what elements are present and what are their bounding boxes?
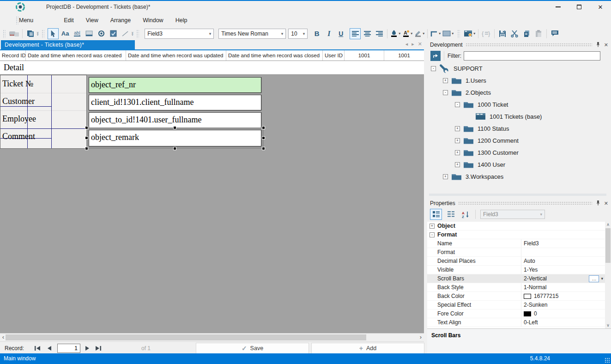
tree-node-3-workspaces[interactable]: +3.Workspaces (427, 170, 611, 182)
last-record-button[interactable] (93, 343, 103, 353)
tree-node-1300-customer[interactable]: +1300 Customer (427, 146, 611, 158)
resize-handle-tr[interactable] (262, 126, 265, 129)
select-tool-button[interactable] (48, 28, 59, 39)
tab-close-icon[interactable]: ✕ (418, 41, 422, 47)
align-left-button[interactable] (350, 28, 361, 39)
minimize-button[interactable] (547, 1, 569, 13)
menu-item-arrange[interactable]: Arrange (104, 14, 137, 27)
tree-horizontal-scrollbar[interactable] (429, 194, 606, 196)
pages-button[interactable] (25, 28, 36, 39)
tree-expander[interactable]: + (455, 150, 460, 155)
tab-scroll-right-icon[interactable]: ▸ (411, 41, 414, 47)
category-expander[interactable]: - (430, 232, 435, 237)
property-category-object[interactable]: +Object (427, 222, 605, 231)
first-record-button[interactable] (32, 343, 42, 353)
toolbar-grip[interactable] (42, 30, 44, 38)
toolbar-overflow-icon[interactable]: ∨∨ (36, 32, 39, 36)
toolbar-grip[interactable] (136, 30, 139, 38)
tree-node-1000-ticket[interactable]: -1000 Ticket (427, 98, 611, 110)
menubar-grip[interactable] (16, 16, 18, 24)
textbox-tool-button[interactable]: ab| (72, 28, 83, 39)
form-window-button[interactable]: ▾ (463, 28, 476, 39)
resize-handle-tm[interactable] (173, 126, 176, 129)
sort-az-button[interactable]: AZ (460, 209, 472, 220)
label-table[interactable]: Ticket №CustomerEmployeeComment (0, 75, 87, 149)
tab-scroll-left-icon[interactable]: ◂ (405, 41, 408, 47)
italic-button[interactable]: I (323, 28, 334, 39)
design-field-object_remark[interactable]: object_remark (89, 130, 261, 146)
pin-icon[interactable] (596, 42, 600, 48)
property-row-visible[interactable]: Visible1-Yes (427, 266, 605, 274)
tree-expander[interactable]: + (443, 174, 448, 179)
tree-node-2-objects[interactable]: -2.Objects (427, 86, 611, 98)
design-field-object_ref_nr[interactable]: object_ref_nr (89, 77, 261, 93)
border-style-button[interactable]: ▾ (430, 28, 441, 39)
resize-handle-tl[interactable] (85, 126, 88, 129)
alphabetical-view-button[interactable] (445, 209, 457, 220)
field-selector-combo[interactable]: Field3▾ (145, 29, 214, 39)
tree-expander[interactable]: - (443, 90, 448, 95)
goto-object-button[interactable] (430, 51, 441, 61)
property-row-text-align[interactable]: Text Align0-Left (427, 318, 605, 327)
menu-item-help[interactable]: Help (169, 14, 194, 27)
property-row-name[interactable]: NameField3 (427, 239, 605, 248)
tree-expander[interactable]: + (443, 78, 448, 83)
tree-expander[interactable]: - (431, 66, 436, 71)
tree-expander[interactable]: - (455, 102, 460, 107)
button-tool-button[interactable] (84, 28, 95, 39)
fill-color-button[interactable]: ▾ (390, 28, 401, 39)
maximize-button[interactable] (569, 1, 590, 13)
toolbar-grip[interactable] (457, 30, 460, 38)
previous-record-button[interactable] (44, 343, 54, 353)
tree-expander[interactable]: + (455, 126, 460, 131)
filter-input[interactable] (464, 51, 600, 61)
close-panel-icon[interactable]: ✕ (604, 42, 608, 48)
properties-panel-header[interactable]: Properties ✕ (427, 199, 611, 208)
tree-node-1-users[interactable]: +1.Users (427, 74, 611, 86)
align-right-button[interactable] (374, 28, 385, 39)
resize-handle-br[interactable] (262, 147, 265, 150)
checkbox-tool-button[interactable] (108, 28, 119, 39)
resize-handle-bl[interactable] (85, 147, 88, 150)
development-panel-header[interactable]: Development ✕ (427, 40, 611, 49)
property-row-back-style[interactable]: Back Style1-Normal (427, 283, 605, 292)
bold-button[interactable]: B (311, 28, 322, 39)
design-field-client_id!1301.client_fullname[interactable]: client_id!1301.client_fullname (89, 95, 261, 110)
property-row-fore-color[interactable]: Fore Color0 (427, 309, 605, 318)
data-source-icon[interactable] (9, 28, 20, 39)
dropdown-arrow-icon[interactable]: ▾ (601, 276, 603, 281)
scroll-right-icon[interactable]: › (417, 334, 424, 341)
tree-node-1100-status[interactable]: +1100 Status (427, 122, 611, 134)
underline-button[interactable]: U (335, 28, 346, 39)
tab-development-tickets[interactable]: Development - Tickets (base)* (1, 40, 135, 49)
font-family-combo[interactable]: Times New Roman▾ (218, 29, 286, 39)
property-category-format[interactable]: -Format (427, 231, 605, 239)
label-tool-button[interactable]: Aa (60, 28, 71, 39)
comment-button[interactable] (549, 28, 560, 39)
pin-icon[interactable] (596, 200, 600, 206)
tree-expander[interactable]: + (455, 162, 460, 167)
close-button[interactable]: ✕ (590, 1, 611, 13)
resize-handle-bm[interactable] (173, 147, 176, 150)
scroll-up-icon[interactable]: ∧ (605, 222, 611, 228)
categorized-view-button[interactable] (430, 209, 442, 220)
detail-band-header[interactable]: Detail (0, 61, 424, 75)
field-list-button[interactable]: {} (481, 28, 492, 39)
resize-handle-ml[interactable] (85, 136, 88, 140)
scrollbar-thumb[interactable] (6, 334, 366, 340)
property-row-format[interactable]: Format (427, 248, 605, 257)
properties-scrollbar[interactable]: ∧ ∨ (605, 222, 611, 328)
tree-node-1400-user[interactable]: +1400 User (427, 158, 611, 170)
paste-button[interactable] (533, 28, 544, 39)
add-record-button[interactable]: + Add (311, 343, 424, 354)
rectangle-tool-button[interactable]: ▾ (442, 28, 454, 39)
design-canvas[interactable]: Ticket №CustomerEmployeeComment object_r… (0, 75, 424, 333)
ellipsis-button[interactable]: … (589, 275, 599, 282)
object-selector-combo[interactable]: Field3 ▾ (480, 210, 545, 219)
menu-item-edit[interactable]: Edit (58, 14, 80, 27)
line-tool-button[interactable] (120, 28, 131, 39)
tree-node-support[interactable]: -SUPPORT (427, 62, 611, 74)
property-row-special-effect[interactable]: Special Effect2-Sunken (427, 301, 605, 309)
scroll-down-icon[interactable]: ∨ (605, 322, 611, 328)
save-button[interactable] (497, 28, 508, 39)
